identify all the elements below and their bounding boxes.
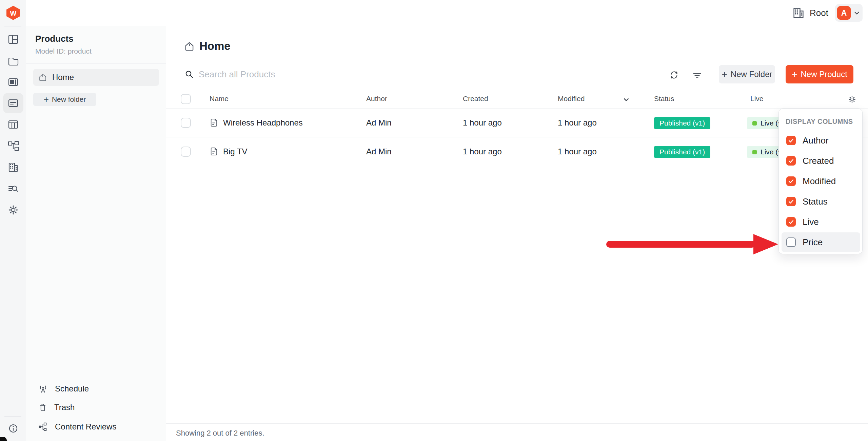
checkbox-checked[interactable] [786, 156, 796, 166]
status-badge: Published (v1) [654, 146, 710, 158]
sidebar-item-pages[interactable] [3, 72, 23, 92]
row-checkbox[interactable] [181, 118, 191, 128]
menu-item-modified[interactable]: Modified [782, 171, 860, 191]
table-row[interactable]: Big TV Ad Min 1 hour ago 1 hour ago Publ… [166, 137, 868, 166]
workflow-icon [38, 422, 48, 432]
entry-modified: 1 hour ago [558, 147, 597, 156]
svg-text:W: W [10, 9, 17, 17]
entry-modified: 1 hour ago [558, 118, 597, 128]
page-preview-icon [7, 76, 19, 88]
sidebar-divider [26, 63, 166, 64]
select-all-checkbox[interactable] [181, 94, 191, 104]
row-checkbox[interactable] [181, 147, 191, 157]
info-button[interactable] [3, 418, 23, 439]
broadcast-tower-icon [38, 384, 48, 394]
icon-rail: W [0, 0, 26, 441]
sidebar-item-references[interactable] [3, 136, 23, 156]
menu-item-created[interactable]: Created [782, 151, 860, 171]
check-icon [788, 178, 794, 185]
sidebar-item-headless-cms-active[interactable] [3, 93, 23, 113]
search-icon [185, 70, 194, 79]
sort-dropdown-button[interactable] [623, 97, 629, 104]
filter-button[interactable] [690, 68, 705, 82]
search-input[interactable] [199, 65, 477, 83]
column-header-status: Status [654, 95, 674, 103]
plus-icon: + [792, 70, 797, 79]
table-header-row: Name Author Created Modified Status Live [166, 90, 868, 109]
table-row[interactable]: Wireless Headphones Ad Min 1 hour ago 1 … [166, 109, 868, 137]
entry-name[interactable]: Wireless Headphones [223, 118, 303, 128]
trash-label: Trash [54, 403, 75, 412]
current-tenant-label[interactable]: Root [810, 8, 828, 18]
entries-count-text: Showing 2 out of 2 entries. [176, 429, 264, 438]
checkbox-checked[interactable] [786, 217, 796, 227]
info-icon [7, 423, 19, 434]
filter-icon [692, 70, 702, 80]
column-header-created: Created [463, 95, 488, 103]
checkbox-checked[interactable] [786, 176, 796, 186]
new-folder-button[interactable]: + New Folder [719, 65, 775, 83]
refresh-button[interactable] [667, 68, 682, 82]
model-sidebar: Products Model ID: product Home + New fo… [26, 26, 166, 441]
checkbox-unchecked[interactable] [786, 237, 796, 247]
content-entries-icon [7, 97, 19, 109]
building-icon [7, 161, 19, 173]
sidebar-item-home[interactable]: Home [33, 69, 159, 86]
refresh-icon [669, 70, 679, 80]
reference-tree-icon [7, 140, 19, 152]
column-header-name: Name [210, 95, 229, 103]
check-icon [788, 218, 794, 225]
document-icon [210, 147, 219, 157]
folder-icon [7, 55, 19, 67]
rail-divider [4, 26, 21, 26]
entry-name[interactable]: Big TV [223, 147, 248, 156]
model-title: Products [35, 34, 74, 44]
display-columns-menu-title: DISPLAY COLUMNS [786, 118, 853, 126]
sidebar-item-tenant-manager[interactable] [3, 157, 23, 177]
sidebar-item-file-manager[interactable] [3, 51, 23, 71]
chevron-down-icon [854, 10, 860, 16]
menu-item-status[interactable]: Status [782, 192, 860, 211]
trash-icon [38, 403, 47, 412]
new-product-button-label: New Product [801, 70, 847, 79]
layout-icon [7, 34, 19, 45]
check-icon [788, 137, 794, 144]
schedule-label: Schedule [55, 384, 89, 394]
plus-icon: + [722, 70, 727, 79]
sidebar-item-trash[interactable]: Trash [33, 399, 159, 416]
list-search-icon [7, 183, 19, 195]
search-bar [185, 65, 490, 83]
checkbox-checked[interactable] [786, 197, 796, 206]
sidebar-item-settings[interactable] [3, 200, 23, 220]
sidebar-item-content-reviews[interactable]: Content Reviews [33, 418, 159, 435]
new-folder-sidebar-button[interactable]: + New folder [33, 93, 96, 106]
sidebar-item-form-builder[interactable] [3, 114, 23, 135]
live-dot [752, 150, 757, 154]
tenant-building-icon [792, 6, 805, 19]
content-reviews-label: Content Reviews [55, 422, 116, 432]
display-columns-button[interactable] [845, 93, 859, 106]
sidebar-item-audit-logs[interactable] [3, 179, 23, 199]
status-badge: Published (v1) [654, 117, 710, 129]
menu-item-author[interactable]: Author [782, 131, 860, 150]
chevron-down-icon [623, 97, 629, 103]
gear-icon [847, 94, 857, 104]
entry-author: Ad Min [366, 147, 392, 156]
sidebar-item-page-builder[interactable] [3, 29, 23, 50]
column-header-author: Author [366, 95, 387, 103]
avatar: A [837, 6, 851, 20]
top-bar: Root A [26, 0, 868, 26]
table-footer: Showing 2 out of 2 entries. [166, 423, 868, 441]
entry-created: 1 hour ago [463, 118, 502, 128]
user-menu-button[interactable]: A [835, 4, 863, 22]
column-header-modified: Modified [558, 95, 585, 103]
sidebar-item-schedule[interactable]: Schedule [33, 380, 159, 397]
home-icon [184, 41, 195, 52]
table-icon [7, 119, 19, 130]
menu-item-price[interactable]: Price [782, 232, 860, 252]
webiny-logo[interactable]: W [6, 5, 21, 22]
checkbox-checked[interactable] [786, 136, 796, 145]
new-product-button[interactable]: + New Product [786, 65, 853, 83]
menu-item-live[interactable]: Live [782, 212, 860, 232]
entry-author: Ad Min [366, 118, 392, 128]
